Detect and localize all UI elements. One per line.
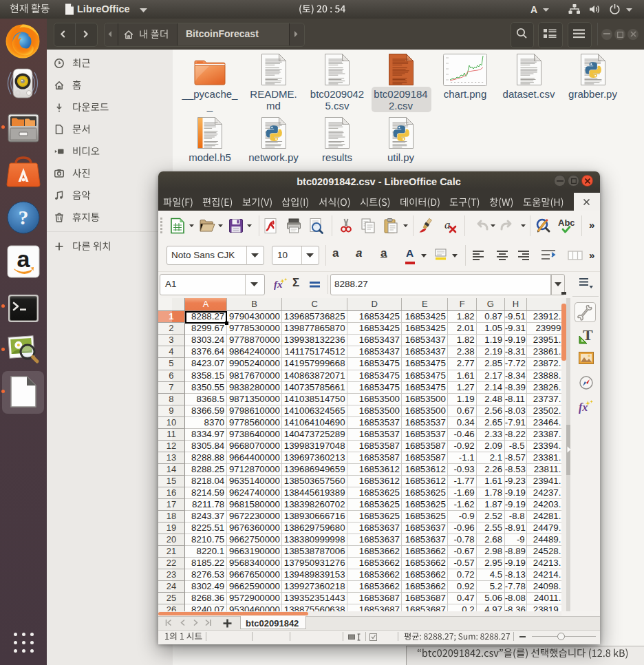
svg-text:a: a [17, 246, 31, 272]
svg-text:a: a [444, 218, 451, 231]
svg-text:?: ? [19, 206, 29, 229]
svg-text:fx: fx [274, 279, 283, 290]
svg-text:Abc: Abc [558, 218, 575, 228]
